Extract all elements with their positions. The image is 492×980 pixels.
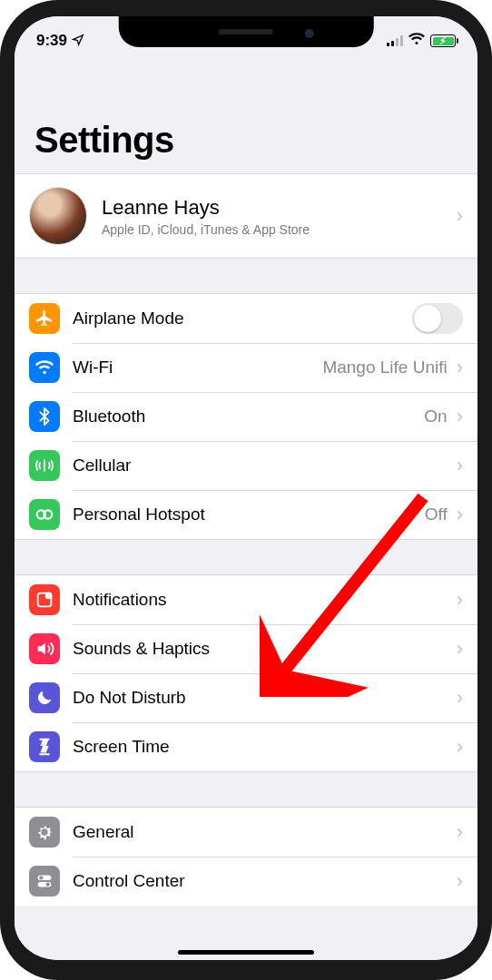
chevron-right-icon: › bbox=[457, 686, 463, 710]
profile-subtitle: Apple ID, iCloud, iTunes & App Store bbox=[102, 222, 455, 237]
airplane-mode-label: Airplane Mode bbox=[73, 309, 412, 328]
wifi-label: Wi-Fi bbox=[73, 358, 322, 377]
wifi-status-icon bbox=[408, 32, 425, 50]
chevron-right-icon: › bbox=[457, 735, 463, 759]
battery-charging-icon: ⚡︎ bbox=[430, 34, 456, 47]
group-spacer bbox=[15, 540, 477, 574]
chevron-right-icon: › bbox=[457, 820, 463, 844]
airplane-mode-toggle[interactable] bbox=[412, 303, 463, 334]
control-center-label: Control Center bbox=[73, 871, 455, 891]
wifi-row[interactable]: Wi-Fi Mango Life Unifi › bbox=[15, 343, 477, 392]
notifications-row[interactable]: Notifications › bbox=[15, 575, 477, 624]
hotspot-row[interactable]: Personal Hotspot Off › bbox=[15, 490, 477, 539]
do-not-disturb-label: Do Not Disturb bbox=[73, 688, 455, 708]
chevron-right-icon: › bbox=[457, 637, 463, 661]
home-indicator[interactable] bbox=[178, 950, 314, 955]
cellular-icon bbox=[29, 450, 60, 481]
profile-group: Leanne Hays Apple ID, iCloud, iTunes & A… bbox=[15, 173, 477, 259]
page-title: Settings bbox=[15, 56, 477, 173]
alerts-group: Notifications › Sounds & Haptics › Do No… bbox=[15, 574, 477, 772]
location-services-icon bbox=[72, 34, 84, 49]
bluetooth-row[interactable]: Bluetooth On › bbox=[15, 392, 477, 441]
phone-notch bbox=[119, 16, 374, 47]
sounds-haptics-row[interactable]: Sounds & Haptics › bbox=[15, 624, 477, 673]
chevron-right-icon: › bbox=[457, 869, 463, 893]
screen-time-row[interactable]: Screen Time › bbox=[15, 722, 477, 771]
control-icon bbox=[29, 866, 60, 897]
status-right: ⚡︎ bbox=[387, 32, 456, 50]
cellular-signal-icon bbox=[387, 35, 403, 46]
bluetooth-value: On bbox=[424, 407, 447, 426]
cellular-label: Cellular bbox=[73, 456, 455, 475]
status-left: 9:39 bbox=[36, 32, 84, 50]
chevron-right-icon: › bbox=[457, 356, 463, 379]
general-row[interactable]: General › bbox=[15, 808, 477, 857]
dnd-icon bbox=[29, 682, 60, 713]
group-spacer bbox=[15, 772, 477, 807]
status-time: 9:39 bbox=[36, 32, 67, 50]
bluetooth-icon bbox=[29, 401, 60, 432]
notifications-label: Notifications bbox=[73, 590, 455, 610]
svg-point-3 bbox=[46, 593, 52, 598]
chevron-right-icon: › bbox=[457, 454, 463, 477]
svg-point-7 bbox=[46, 883, 50, 887]
screen-time-label: Screen Time bbox=[73, 737, 455, 757]
chevron-right-icon: › bbox=[457, 503, 463, 526]
sounds-icon bbox=[29, 633, 60, 664]
chevron-right-icon: › bbox=[457, 588, 463, 612]
sounds-haptics-label: Sounds & Haptics bbox=[73, 639, 455, 659]
chevron-right-icon: › bbox=[457, 204, 463, 228]
wifi-value: Mango Life Unifi bbox=[322, 358, 447, 377]
chevron-right-icon: › bbox=[457, 405, 463, 428]
group-spacer bbox=[15, 259, 477, 293]
avatar bbox=[29, 187, 87, 245]
general-label: General bbox=[73, 822, 455, 842]
airplane-mode-row[interactable]: Airplane Mode bbox=[15, 294, 477, 343]
cellular-row[interactable]: Cellular › bbox=[15, 441, 477, 490]
profile-name: Leanne Hays bbox=[102, 196, 455, 220]
hotspot-value: Off bbox=[425, 505, 448, 524]
svg-point-5 bbox=[39, 876, 43, 879]
phone-frame: 9:39 ⚡︎ Settings bbox=[0, 0, 492, 980]
airplane-icon bbox=[29, 303, 60, 334]
apple-id-row[interactable]: Leanne Hays Apple ID, iCloud, iTunes & A… bbox=[15, 174, 477, 258]
wifi-icon bbox=[29, 352, 60, 383]
hotspot-icon bbox=[29, 499, 60, 530]
screen: 9:39 ⚡︎ Settings bbox=[15, 16, 477, 960]
notifications-icon bbox=[29, 584, 60, 615]
control-center-row[interactable]: Control Center › bbox=[15, 857, 477, 906]
screentime-icon bbox=[29, 731, 60, 762]
bluetooth-label: Bluetooth bbox=[73, 407, 424, 426]
do-not-disturb-row[interactable]: Do Not Disturb › bbox=[15, 673, 477, 722]
system-group: General › Control Center › bbox=[15, 807, 477, 906]
general-icon bbox=[29, 817, 60, 848]
connectivity-group: Airplane Mode Wi-Fi Mango Life Unifi › B… bbox=[15, 293, 477, 540]
hotspot-label: Personal Hotspot bbox=[73, 505, 425, 524]
